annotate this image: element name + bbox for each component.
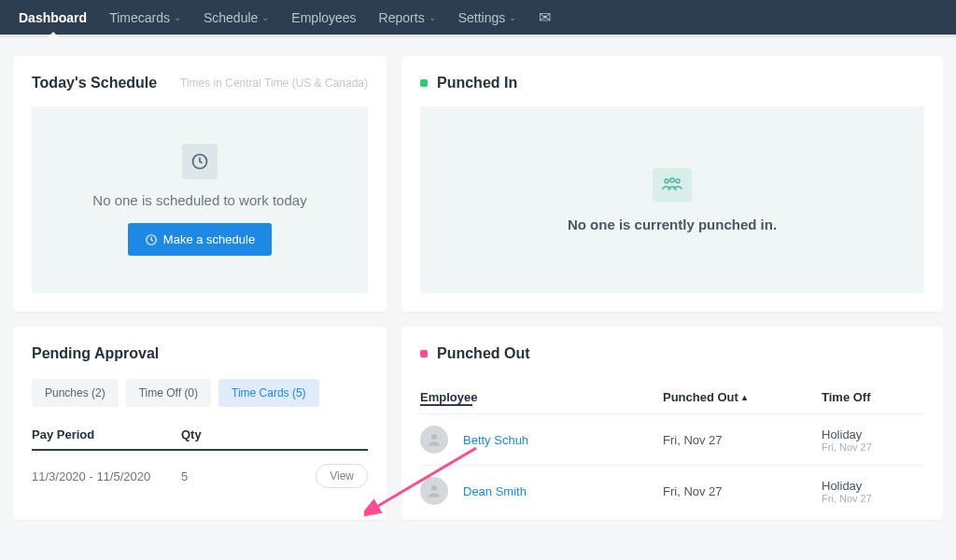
employee-link[interactable]: Dean Smith: [463, 484, 527, 498]
svg-point-6: [431, 485, 437, 491]
status-dot-green: [420, 79, 428, 87]
cell-qty: 5: [181, 469, 256, 483]
chevron-down-icon: ⌄: [261, 12, 269, 22]
clock-plus-icon: [145, 233, 158, 246]
schedule-empty-msg: No one is scheduled to work today: [92, 192, 306, 208]
cell-punched-time: Fri, Nov 27: [663, 433, 822, 447]
punched-in-empty-msg: No one is currently punched in.: [568, 217, 777, 232]
card-pending-approval: Pending Approval Punches (2) Time Off (0…: [13, 327, 387, 520]
card-punched-in: Punched In No one is currently punched i…: [401, 56, 943, 312]
pending-tabs: Punches (2) Time Off (0) Time Cards (5): [32, 379, 368, 407]
nav-employees[interactable]: Employees: [291, 10, 356, 25]
nav-schedule[interactable]: Schedule⌄: [204, 10, 269, 25]
tab-timeoff[interactable]: Time Off (0): [126, 379, 211, 407]
cell-pay-period: 11/3/2020 - 11/5/2020: [32, 469, 181, 483]
punched-out-row: Betty Schuh Fri, Nov 27 Holiday Fri, Nov…: [420, 413, 924, 465]
nav-timecards[interactable]: Timecards⌄: [109, 10, 181, 25]
people-icon: [653, 168, 692, 202]
chevron-down-icon: ⌄: [429, 12, 436, 22]
pending-title: Pending Approval: [32, 345, 368, 362]
punched-out-row: Dean Smith Fri, Nov 27 Holiday Fri, Nov …: [420, 465, 924, 516]
svg-point-2: [665, 179, 668, 183]
avatar: [420, 426, 448, 454]
tab-timecards[interactable]: Time Cards (5): [218, 379, 319, 407]
schedule-empty-state: No one is scheduled to work today Make a…: [32, 106, 368, 293]
punched-in-empty-state: No one is currently punched in.: [420, 106, 924, 293]
status-dot-pink: [420, 350, 428, 357]
card-punched-out: Punched Out Employee Punched Out▴ Time O…: [401, 327, 943, 520]
punched-out-title: Punched Out: [437, 345, 530, 362]
schedule-timezone: Times in Central Time (US & Canada): [180, 77, 368, 90]
nav-mail[interactable]: ✉: [539, 8, 551, 26]
col-header-timeoff[interactable]: Time Off: [822, 390, 924, 404]
col-header-qty: Qty: [181, 427, 256, 441]
make-schedule-button[interactable]: Make a schedule: [128, 223, 272, 256]
punched-in-title: Punched In: [437, 75, 517, 91]
schedule-title: Today's Schedule: [32, 75, 157, 91]
card-todays-schedule: Today's Schedule Times in Central Time (…: [13, 56, 387, 312]
clock-icon: [182, 144, 218, 179]
navbar: Dashboard Timecards⌄ Schedule⌄ Employees…: [0, 0, 956, 37]
avatar: [420, 477, 448, 505]
nav-reports[interactable]: Reports⌄: [379, 10, 436, 25]
cell-timeoff-date: Fri, Nov 27: [822, 441, 924, 453]
chevron-down-icon: ⌄: [174, 12, 181, 22]
cell-punched-time: Fri, Nov 27: [663, 484, 822, 498]
pending-row: 11/3/2020 - 11/5/2020 5 View: [32, 451, 368, 501]
col-header-punched-out[interactable]: Punched Out▴: [663, 390, 822, 404]
svg-point-5: [431, 434, 437, 440]
nav-settings[interactable]: Settings⌄: [458, 10, 517, 25]
chevron-down-icon: ⌄: [509, 12, 516, 22]
col-header-employee[interactable]: Employee: [420, 390, 663, 404]
cell-timeoff-label: Holiday: [822, 427, 924, 441]
envelope-icon: ✉: [539, 8, 551, 26]
view-button[interactable]: View: [316, 464, 368, 488]
cell-timeoff-label: Holiday: [822, 479, 924, 493]
tab-punches[interactable]: Punches (2): [32, 379, 119, 407]
col-header-pay-period: Pay Period: [32, 427, 181, 441]
cell-timeoff-date: Fri, Nov 27: [822, 493, 924, 504]
sort-asc-icon: ▴: [742, 392, 747, 402]
employee-link[interactable]: Betty Schuh: [463, 433, 528, 447]
svg-point-3: [670, 177, 674, 181]
svg-point-4: [676, 179, 680, 183]
nav-dashboard[interactable]: Dashboard: [19, 10, 87, 25]
